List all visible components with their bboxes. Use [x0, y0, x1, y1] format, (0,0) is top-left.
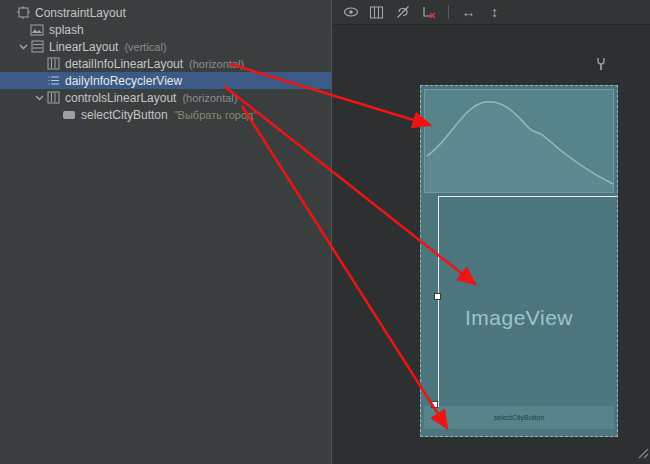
selection-edge-left [438, 196, 439, 407]
swap-vertical-icon[interactable]: ↕ [486, 4, 503, 21]
tree-item-string-value: "Выбрать город" [174, 109, 257, 121]
selection-handle-left[interactable] [434, 293, 441, 300]
layout-preview[interactable]: ImageView selectCityButton [420, 85, 618, 437]
tree-item-constraintlayout[interactable]: ConstraintLayout [0, 4, 331, 21]
tree-item-detailinfolinearlayout[interactable]: detailInfoLinearLayout (horizontal) [0, 55, 331, 72]
render-wrench-icon[interactable] [595, 57, 607, 75]
tree-item-meta: (vertical) [124, 41, 166, 53]
imageview-icon [29, 24, 45, 36]
detail-info-chart-area[interactable] [424, 89, 614, 193]
weather-curve-graphic [425, 90, 615, 192]
clear-constraints-icon[interactable] [420, 4, 437, 21]
tree-item-label: selectCityButton [81, 108, 168, 122]
selection-edge-top [438, 196, 617, 197]
chevron-down-icon[interactable] [33, 95, 45, 101]
tree-item-linearlayout[interactable]: LinearLayout (vertical) [0, 38, 331, 55]
select-city-button-preview[interactable]: selectCityButton [494, 414, 545, 421]
button-icon [61, 110, 77, 120]
controls-bar[interactable]: selectCityButton [424, 406, 614, 429]
toolbar-separator [448, 5, 449, 19]
tree-item-label: dailyInfoRecyclerView [65, 74, 182, 88]
selection-handle-bottom-left[interactable] [431, 401, 438, 408]
window-resize-grip[interactable] [635, 445, 649, 463]
view-options-icon[interactable] [342, 4, 359, 21]
disable-autoconnect-icon[interactable] [394, 4, 411, 21]
recyclerview-icon [45, 74, 61, 87]
design-toolbar: ↔ ↕ [332, 0, 650, 25]
linearlayout-horizontal-icon [45, 91, 61, 104]
tree-item-label: controlsLinearLayout [65, 91, 176, 105]
grid-columns-icon[interactable] [368, 4, 385, 21]
design-surface-panel: ↔ ↕ ImageView selectCityButton [332, 0, 650, 464]
tree-item-controlslinearlayout[interactable]: controlsLinearLayout (horizontal) [0, 89, 331, 106]
swap-horizontal-icon[interactable]: ↔ [460, 4, 477, 21]
tree-item-label: splash [49, 23, 84, 37]
tree-item-meta: (horizontal) [182, 92, 237, 104]
imageview-placeholder-label: ImageView [421, 306, 617, 330]
linearlayout-vertical-icon [29, 40, 45, 53]
tree-item-splash[interactable]: splash [0, 21, 331, 38]
tree-item-label: detailInfoLinearLayout [65, 57, 183, 71]
tree-item-selectcitybutton[interactable]: selectCityButton "Выбрать город" [0, 106, 331, 123]
linearlayout-horizontal-icon [45, 57, 61, 70]
tree-item-label: ConstraintLayout [35, 6, 126, 20]
constraint-layout-icon [15, 6, 31, 19]
component-tree-panel: ConstraintLayout splash LinearLayout (ve… [0, 0, 332, 464]
tree-item-meta: (horizontal) [189, 58, 244, 70]
tree-item-dailyinforecyclerview[interactable]: dailyInfoRecyclerView [0, 72, 331, 89]
chevron-down-icon[interactable] [17, 44, 29, 50]
tree-item-label: LinearLayout [49, 40, 118, 54]
